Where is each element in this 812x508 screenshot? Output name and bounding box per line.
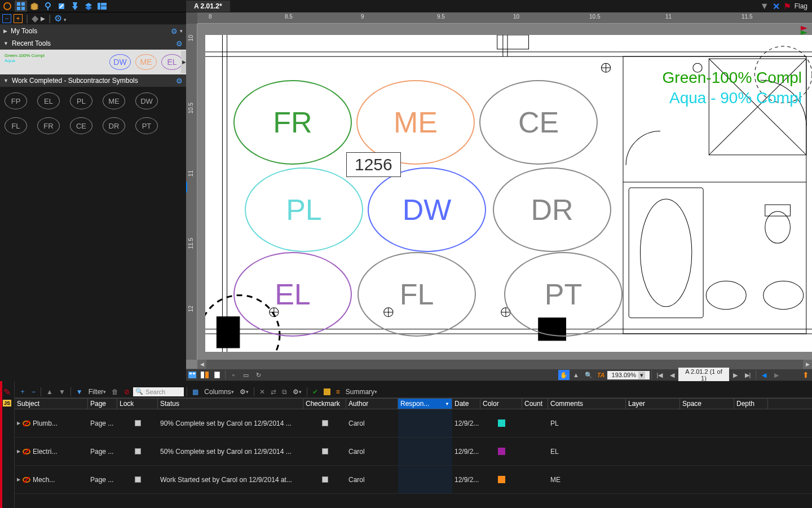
trade-ellipse-fl[interactable]: FL xyxy=(358,252,476,337)
table-row[interactable]: ▶Electri...Page ...50% Complete set by C… xyxy=(15,438,812,466)
gear-icon[interactable]: ⚙ xyxy=(290,387,304,397)
trade-ellipse-pt[interactable]: PT xyxy=(504,252,623,337)
check-sheet-icon[interactable]: ✔ xyxy=(310,387,320,397)
col-author[interactable]: Author xyxy=(346,399,398,409)
columns-icon[interactable]: ▦ xyxy=(190,387,201,397)
symbol-dw[interactable]: DW xyxy=(135,92,158,109)
col-comments[interactable]: Comments xyxy=(548,399,626,409)
col-layer[interactable]: Layer xyxy=(626,399,680,409)
symbol-pt[interactable]: PT xyxy=(135,117,158,134)
last-page-icon[interactable]: ▶| xyxy=(742,370,753,380)
trade-ellipse-pl[interactable]: PL xyxy=(245,167,363,252)
prev-view-icon[interactable]: ◀ xyxy=(758,370,770,380)
scroll-right-icon[interactable]: ▶ xyxy=(803,360,812,369)
checkmark-checkbox[interactable] xyxy=(322,476,328,483)
collapse-all-button[interactable]: − xyxy=(2,14,11,23)
gear-icon[interactable]: ⚙ xyxy=(176,39,183,48)
checkmark-checkbox[interactable] xyxy=(322,420,328,426)
col-color[interactable]: Color xyxy=(480,399,522,409)
add-button[interactable]: ＋ xyxy=(17,387,28,397)
fit-width-icon[interactable]: ▭ xyxy=(240,370,251,380)
copy-icon[interactable]: ⧉ xyxy=(280,387,289,397)
prev-page-icon[interactable]: ◀ xyxy=(667,370,678,380)
trash-icon[interactable]: 🗑 xyxy=(109,387,121,397)
scroll-left-icon[interactable]: ◀ xyxy=(197,360,206,369)
col-space[interactable]: Space xyxy=(680,399,734,409)
symbol-pl[interactable]: PL xyxy=(70,92,92,109)
recent-tools-header[interactable]: ▼ Recent Tools ⚙ xyxy=(0,37,186,50)
toolbar-grid-icon[interactable] xyxy=(15,1,27,12)
lock-checkbox[interactable] xyxy=(135,476,141,483)
symbol-ce[interactable]: CE xyxy=(70,117,92,134)
col-responsibility[interactable]: Respon... xyxy=(398,399,452,409)
toolbar-logo-icon[interactable] xyxy=(1,1,14,12)
gear-icon[interactable]: ⚙ xyxy=(171,27,178,36)
expand-all-button[interactable]: + xyxy=(14,14,23,23)
search-input[interactable]: 🔍 Search xyxy=(133,387,184,396)
caret-down-icon[interactable]: ▼ xyxy=(760,1,769,11)
fit-page-icon[interactable]: ▫ xyxy=(228,370,239,380)
clear-filter-icon[interactable]: ⊘ xyxy=(122,387,132,397)
first-page-icon[interactable]: |◀ xyxy=(654,370,665,380)
next-page-icon[interactable]: ▶ xyxy=(730,370,741,380)
col-subject[interactable]: Subject xyxy=(15,399,88,409)
symbol-fr[interactable]: FR xyxy=(37,117,60,134)
list-icon[interactable]: ≡ xyxy=(334,387,342,397)
trade-ellipse-dr[interactable]: DR xyxy=(493,167,611,252)
x-icon[interactable]: ✕ xyxy=(257,387,267,397)
col-depth[interactable]: Depth xyxy=(734,399,768,409)
trade-ellipse-ce[interactable]: CE xyxy=(479,80,598,165)
remove-button[interactable]: − xyxy=(29,387,38,397)
gear-icon[interactable]: ⚙ xyxy=(237,387,251,397)
symbol-me[interactable]: ME xyxy=(103,92,125,109)
work-completed-header[interactable]: ▼ Work Completed - Subcontractor Symbols… xyxy=(0,74,186,87)
panel-resize-handle[interactable] xyxy=(186,182,187,193)
next-view-icon[interactable]: ▶ xyxy=(771,370,782,380)
recent-tool-symbol[interactable]: ME xyxy=(135,54,157,70)
table-row[interactable]: ▶Mech...Page ...Work Started set by Caro… xyxy=(15,466,812,494)
gear-icon[interactable]: ⚙ xyxy=(176,77,183,85)
rotate-icon[interactable]: ↻ xyxy=(253,370,264,380)
symbol-dr[interactable]: DR xyxy=(103,117,125,134)
trade-ellipse-el[interactable]: EL xyxy=(233,252,352,337)
toolbar-edit-icon[interactable] xyxy=(55,1,68,12)
col-checkmark[interactable]: Checkmark xyxy=(303,399,346,409)
lock-checkbox[interactable] xyxy=(135,420,141,426)
filter-button[interactable]: Filter xyxy=(86,387,109,397)
select-tool-icon[interactable]: ▲ xyxy=(571,370,582,380)
tool-icon[interactable]: ◆ xyxy=(32,13,38,24)
recent-tool-symbol[interactable]: EL xyxy=(161,54,183,70)
text-select-icon[interactable]: TA xyxy=(595,370,607,380)
page-indicator[interactable]: A 2.01.2 (1 of 1) xyxy=(678,368,729,382)
toolbar-box-icon[interactable] xyxy=(28,1,41,12)
flag-colored-icon[interactable] xyxy=(801,26,810,37)
symbol-el[interactable]: EL xyxy=(37,92,60,109)
col-page[interactable]: Page xyxy=(88,399,117,409)
toolbar-layers-icon[interactable] xyxy=(82,1,95,12)
col-date[interactable]: Date xyxy=(452,399,480,409)
pan-tool-icon[interactable]: ✋ xyxy=(558,370,570,380)
flag-sheet-icon[interactable] xyxy=(321,387,333,397)
split-view-icon[interactable] xyxy=(199,370,210,380)
up-arrow-icon[interactable]: ⬆ xyxy=(800,370,811,380)
thumb-view-icon[interactable] xyxy=(187,370,198,380)
document-tab[interactable]: A 2.01.2* xyxy=(186,1,230,12)
toolbar-panels-icon[interactable] xyxy=(96,1,108,12)
flag-icon[interactable]: ⚑ xyxy=(783,1,791,12)
gear-icon[interactable]: ⚙ xyxy=(54,13,67,24)
col-status[interactable]: Status xyxy=(158,399,303,409)
col-count[interactable]: Count xyxy=(522,399,548,409)
tool-icon[interactable]: ▸ xyxy=(41,13,45,24)
drawing-canvas[interactable]: FRMECEPLDWDRELFLPT 1256 Green-100% Compl… xyxy=(205,35,812,352)
my-tools-header[interactable]: ▶ My Tools ⚙ ▾ xyxy=(0,25,186,37)
trade-ellipse-fr[interactable]: FR xyxy=(233,80,352,165)
symbol-fp[interactable]: FP xyxy=(5,92,27,109)
col-lock[interactable]: Lock xyxy=(117,399,158,409)
filter-icon[interactable]: ▼ xyxy=(74,387,85,397)
js-icon[interactable]: JS xyxy=(3,400,11,407)
summary-button[interactable]: Summary xyxy=(343,387,379,397)
symbol-fl[interactable]: FL xyxy=(5,117,27,134)
recent-tool-symbol[interactable]: DW xyxy=(109,54,131,70)
columns-button[interactable]: Columns xyxy=(202,387,236,397)
zoom-level-field[interactable]: 193.09%▾ xyxy=(607,371,650,379)
